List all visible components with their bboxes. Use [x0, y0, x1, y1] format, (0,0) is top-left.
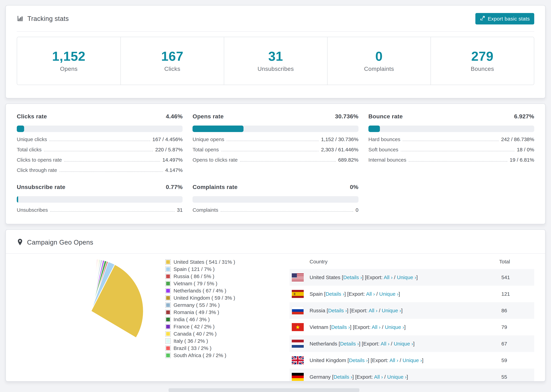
nl-export-unique-link[interactable]: Unique › [394, 341, 413, 347]
ru-details-link[interactable]: Details › [328, 308, 347, 313]
stat-label: Clicks [164, 65, 180, 72]
de-export-all-link[interactable]: All › [374, 374, 383, 380]
opens-rate-panel: Opens rate 30.736% Unique opens 1,152 / … [192, 113, 358, 173]
rate-title: Complaints rate [192, 184, 238, 190]
rate-detail-label: Unsubscribes [17, 207, 48, 213]
legend-swatch-icon [165, 274, 171, 279]
legend-item-united-kingdom: United Kingdom ( 59 / 3% ) [165, 294, 290, 301]
summary-stat-unsubscribes: 31 Unsubscribes [224, 37, 327, 85]
flag-es-icon [292, 290, 304, 298]
legend-item-vietnam: Vietnam ( 79 / 5% ) [165, 280, 290, 287]
unsubscribe-rate-panel: Unsubscribe rate 0.77% Unsubscribes 31 [17, 184, 183, 213]
legend-swatch-icon [165, 295, 171, 301]
geo-pie-wrap [17, 254, 165, 382]
vn-details-link[interactable]: Details › [331, 324, 350, 330]
rate-detail-value: 167 / 4.456% [152, 136, 183, 142]
nl-export-all-link[interactable]: All › [381, 341, 389, 347]
gb-export-unique-link[interactable]: Unique › [403, 357, 422, 363]
geo-header: Campaign Geo Opens [6, 238, 545, 246]
legend-swatch-icon [165, 353, 171, 358]
legend-swatch-icon [165, 288, 171, 294]
unsubscribe-progress-fill [17, 196, 18, 203]
ru-export-all-link[interactable]: All › [369, 308, 377, 313]
export-icon [480, 15, 485, 22]
legend-swatch-icon [165, 266, 171, 272]
rate-detail-value: 242 / 86.738% [501, 136, 534, 142]
tracking-stats-card: Tracking stats Export basic stats 1,152 … [6, 5, 545, 98]
rates-row-2: Unsubscribe rate 0.77% Unsubscribes 31 C… [17, 184, 534, 213]
rate-detail-label: Unique clicks [17, 136, 47, 142]
opens-progress-fill [192, 126, 243, 132]
campaign-geo-opens-card: Campaign Geo Opens United States ( 541 /… [6, 229, 545, 382]
us-export-all-link[interactable]: All › [384, 274, 393, 280]
total-cell: 541 [501, 274, 534, 280]
flag-de-icon [292, 373, 304, 381]
us-details-link[interactable]: Details › [343, 274, 362, 280]
legend-swatch-icon [165, 331, 171, 336]
bounce-progress-fill [368, 126, 380, 132]
flag-gb-icon [292, 356, 304, 364]
rate-detail-row: Clicks to opens rate 14.497% [17, 157, 183, 163]
rate-title: Clicks rate [17, 113, 47, 120]
dotted-leader [221, 211, 353, 212]
dotted-leader [240, 161, 336, 162]
legend-item-russia: Russia ( 86 / 5% ) [165, 273, 290, 280]
clicks-rate-panel: Clicks rate 4.46% Unique clicks 167 / 4.… [17, 113, 183, 173]
es-details-link[interactable]: Details › [325, 291, 344, 297]
nl-details-link[interactable]: Details › [340, 341, 359, 347]
legend-label: Brazil ( 33 / 2% ) [174, 345, 212, 351]
legend-label: Canada ( 40 / 2% ) [174, 331, 217, 337]
country-row-de: Germany [Details ›] [Export: All › / Uni… [290, 369, 534, 382]
bar-chart-icon [17, 15, 24, 23]
rate-value: 30.736% [335, 113, 359, 120]
rate-detail-row: Opens to clicks rate 689.82% [192, 157, 358, 163]
dotted-leader [49, 140, 150, 141]
rate-detail-label: Unique opens [192, 136, 224, 142]
vn-export-unique-link[interactable]: Unique › [385, 324, 404, 330]
country-row-us: United States [Details ›] [Export: All ›… [290, 269, 534, 286]
flag-ru-icon [292, 307, 304, 315]
stat-value: 0 [375, 50, 383, 63]
de-details-link[interactable]: Details › [333, 374, 352, 380]
rate-detail-row: Complaints 0 [192, 207, 358, 213]
rate-detail-row: Unique opens 1,152 / 30.736% [192, 136, 358, 142]
legend-label: India ( 46 / 3% ) [174, 317, 210, 322]
rate-detail-row: Click through rate 4.147% [17, 167, 183, 173]
dotted-leader [401, 151, 514, 151]
stat-value: 167 [161, 50, 184, 63]
ru-export-unique-link[interactable]: Unique › [382, 308, 401, 313]
legend-swatch-icon [165, 309, 171, 315]
gb-export-all-link[interactable]: All › [389, 357, 398, 363]
opens-progress-track [192, 126, 358, 132]
clicks-progress-fill [17, 126, 24, 132]
stat-label: Complaints [364, 65, 394, 72]
rate-detail-row: Unique clicks 167 / 4.456% [17, 136, 183, 142]
rate-head: Opens rate 30.736% [192, 113, 358, 120]
rate-detail-row: Total clicks 220 / 5.87% [17, 147, 183, 153]
legend-swatch-icon [165, 302, 171, 308]
total-cell: 59 [501, 357, 534, 363]
header-divider [17, 31, 534, 32]
export-basic-stats-button[interactable]: Export basic stats [475, 13, 534, 24]
es-export-unique-link[interactable]: Unique › [379, 291, 399, 297]
country-row-nl: Netherlands [Details ›] [Export: All › /… [290, 335, 534, 352]
summary-stat-opens: 1,152 Opens [17, 37, 120, 85]
rate-rows: Unique opens 1,152 / 30.736% Total opens… [192, 136, 358, 163]
flag-nl-icon [292, 340, 304, 348]
de-export-unique-link[interactable]: Unique › [387, 374, 407, 380]
us-export-unique-link[interactable]: Unique › [397, 274, 416, 280]
rate-detail-value: 1,152 / 30.736% [321, 136, 359, 142]
rate-detail-value: 4.147% [165, 167, 183, 173]
horizontal-scrollbar[interactable] [169, 388, 359, 392]
gb-details-link[interactable]: Details › [349, 357, 368, 363]
legend-label: Germany ( 55 / 3% ) [174, 302, 220, 308]
rate-detail-label: Total opens [192, 147, 219, 153]
dotted-leader [403, 140, 499, 141]
es-export-all-link[interactable]: All › [366, 291, 375, 297]
vn-export-all-link[interactable]: All › [372, 324, 381, 330]
geo-opens-pie-chart [36, 256, 146, 366]
rate-title: Bounce rate [368, 113, 403, 120]
dotted-leader [59, 171, 163, 172]
rate-detail-value: 2,303 / 61.446% [321, 147, 359, 153]
rate-rows: Unsubscribes 31 [17, 207, 183, 213]
